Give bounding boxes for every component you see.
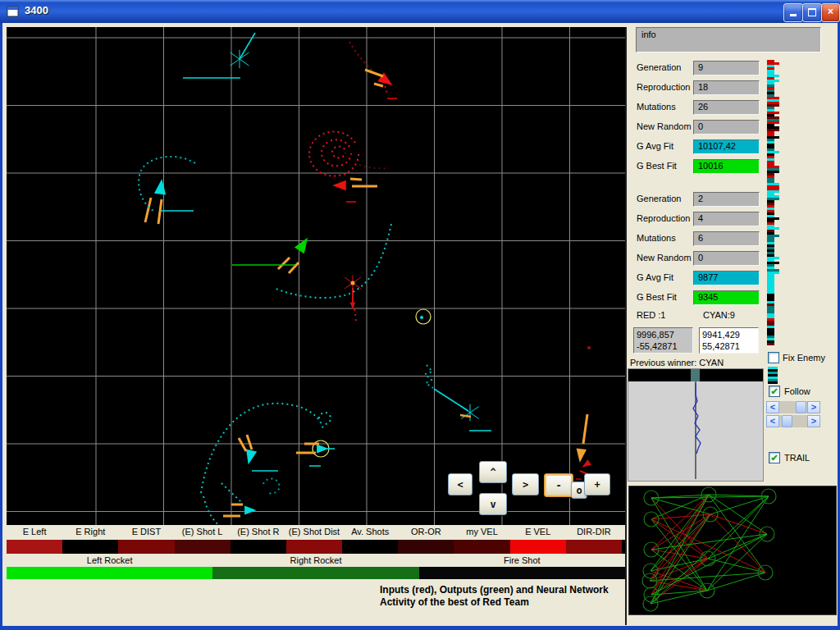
scroll-right-icon[interactable]: > [807, 415, 820, 427]
pan-up-button[interactable]: ^ [479, 461, 507, 483]
info-label: info [641, 30, 656, 39]
genome-strip [767, 60, 779, 345]
titlebar: 3400 × [0, 0, 840, 23]
history-graph-panel [628, 368, 764, 482]
input-activity-segment [62, 540, 118, 554]
input-label: (E) Shot R [237, 527, 279, 536]
input-label: my VEL [466, 527, 498, 536]
label-generation-red: Generation [637, 62, 681, 72]
h-scrollbar-1[interactable]: < > [766, 401, 820, 413]
label-g-avg-fit-red: G Avg Fit [637, 141, 673, 151]
cyan-score-value1: 9941,429 [702, 329, 758, 340]
trail-checkbox[interactable]: ✔ [769, 452, 780, 463]
mini-genome-strip [768, 367, 778, 384]
output-activity-segment [7, 567, 212, 579]
label-reproduction-cyan: Reproduction [637, 213, 690, 223]
red-score-value1: 9996,857 [637, 329, 692, 340]
input-label: (E) Shot Dist [289, 527, 340, 536]
value-new-random-red: 0 [693, 120, 760, 135]
caption: Inputs (red), Outputs (green) and Neural… [380, 584, 634, 609]
value-mutations-cyan: 6 [693, 231, 760, 246]
red-score-box: 9996,857 -55,42871 [633, 327, 693, 354]
input-activity-segment [398, 540, 454, 554]
input-activity-segment [231, 540, 286, 554]
value-generation-red: 9 [693, 61, 760, 75]
fix-enemy-label: Fix Enemy [783, 353, 825, 363]
label-g-avg-fit-cyan: G Avg Fit [637, 272, 673, 282]
input-activity-segment [118, 540, 174, 554]
input-label: E DIST [132, 527, 161, 536]
label-new-random-cyan: New Random [637, 253, 692, 262]
scroll-right-icon[interactable]: > [807, 401, 820, 413]
value-g-best-fit-cyan: 9345 [693, 290, 760, 305]
close-button[interactable]: × [821, 3, 840, 22]
label-mutations-red: Mutations [637, 102, 676, 112]
output-activity-segment [212, 567, 418, 579]
input-label: (E) Shot L [182, 527, 223, 536]
divider [625, 27, 627, 625]
follow-label: Follow [784, 386, 810, 396]
label-g-best-fit-red: G Best Fit [637, 161, 677, 171]
output-label: Right Rocket [290, 555, 342, 565]
output-label: Left Rocket [87, 555, 133, 565]
output-activity-bar [7, 567, 625, 579]
info-listbox[interactable]: info [636, 27, 821, 52]
value-new-random-cyan: 0 [693, 251, 760, 266]
label-reproduction-red: Reproduction [637, 82, 690, 92]
minimize-icon [790, 14, 797, 16]
zoom-out-button[interactable]: - [544, 473, 573, 497]
red-score-value2: -55,42871 [637, 340, 692, 352]
input-bar-tail [622, 540, 625, 554]
scroll-left-icon[interactable]: < [766, 401, 779, 413]
cyan-score-value2: 55,42871 [702, 340, 758, 352]
value-reproduction-cyan: 4 [693, 212, 760, 226]
label-generation-cyan: Generation [637, 194, 681, 203]
value-reproduction-red: 18 [693, 80, 760, 95]
cyan-score-box: 9941,429 55,42871 [699, 327, 759, 354]
pan-down-button[interactable]: v [479, 493, 507, 515]
value-g-avg-fit-red: 10107,42 [693, 139, 760, 154]
h-scrollbar-2[interactable]: < > [766, 415, 820, 427]
input-label: DIR-DIR [577, 527, 611, 536]
previous-winner-label: Previous winner: CYAN [630, 358, 724, 368]
value-g-best-fit-red: 10016 [693, 159, 760, 174]
scrollbar-track[interactable] [779, 401, 807, 413]
follow-checkbox[interactable]: ✔ [769, 386, 780, 397]
input-label: Av. Shots [351, 527, 389, 536]
restore-icon [808, 8, 816, 16]
output-activity-segment [419, 567, 625, 579]
caption-line2: Activity of the best of Red Team [380, 596, 634, 609]
input-labels-row: E LeftE RightE DIST(E) Shot L(E) Shot R(… [7, 526, 625, 539]
scrollbar-thumb[interactable] [782, 415, 792, 427]
label-mutations-cyan: Mutations [637, 233, 676, 243]
output-label: Fire Shot [504, 555, 541, 565]
input-activity-segment [566, 540, 622, 554]
input-activity-segment [175, 540, 231, 554]
input-activity-bar [7, 540, 625, 554]
zoom-in-button[interactable]: + [584, 473, 610, 495]
pan-left-button[interactable]: < [448, 473, 472, 495]
restore-button[interactable] [802, 3, 822, 22]
fix-enemy-checkbox[interactable] [768, 352, 779, 363]
cyan-score-label: CYAN:9 [703, 310, 735, 320]
graph-slider-tab[interactable] [691, 369, 700, 381]
label-g-best-fit-cyan: G Best Fit [637, 292, 677, 302]
scrollbar-thumb[interactable] [796, 401, 806, 413]
red-score-label: RED :1 [637, 310, 665, 320]
input-activity-segment [342, 540, 398, 554]
window-icon [7, 5, 20, 21]
graph-header [628, 369, 763, 381]
value-mutations-red: 26 [693, 100, 760, 115]
input-activity-segment [510, 540, 566, 554]
simulation-canvas[interactable] [7, 27, 625, 525]
value-g-avg-fit-cyan: 9877 [693, 271, 760, 285]
scrollbar-track[interactable] [779, 415, 807, 427]
pan-right-button[interactable]: > [512, 473, 539, 495]
input-activity-segment [286, 540, 342, 554]
value-generation-cyan: 2 [693, 192, 760, 207]
input-activity-segment [7, 540, 62, 554]
window-title: 3400 [25, 4, 48, 16]
output-labels-row: Left RocketRight RocketFire Shot [7, 555, 625, 566]
minimize-button[interactable] [783, 3, 803, 22]
scroll-left-icon[interactable]: < [766, 415, 779, 427]
